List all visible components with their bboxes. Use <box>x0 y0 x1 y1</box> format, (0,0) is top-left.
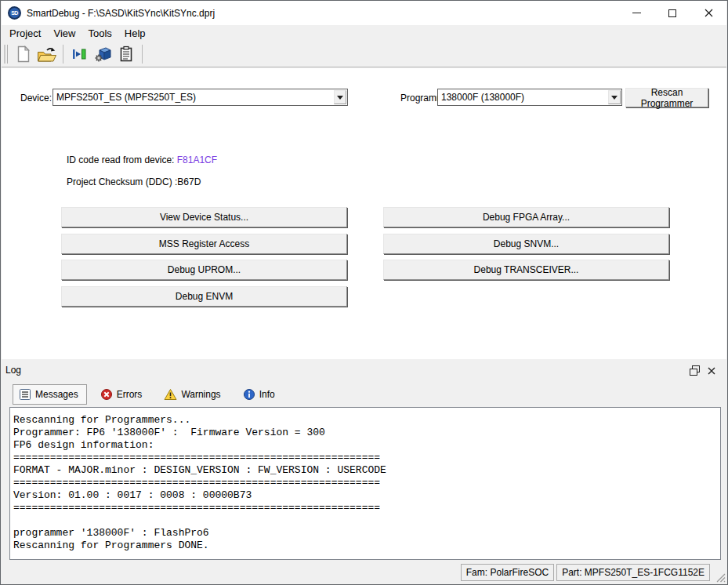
new-project-button[interactable] <box>13 43 34 65</box>
log-panel-title: Log <box>5 365 21 376</box>
menu-help[interactable]: Help <box>118 27 152 40</box>
chevron-down-icon <box>611 96 618 100</box>
idcode-label: ID code read from device: <box>67 154 177 165</box>
checksum-label: Project Checksum (DDC) : <box>67 176 177 187</box>
device-label: Device: <box>20 93 52 104</box>
log-report-icon <box>118 45 135 63</box>
programmer-settings-icon <box>93 45 112 63</box>
chevron-down-icon <box>337 96 343 100</box>
menubar: Project View Tools Help <box>2 25 726 41</box>
window-title: SmartDebug - F:\SASD\KitSYnc\KitSYnc.dpr… <box>27 8 215 19</box>
float-window-icon <box>690 365 700 376</box>
idcode-value: F81A1CF <box>177 154 217 165</box>
debug-uprom-button[interactable]: Debug UPROM... <box>61 260 347 280</box>
statusbar: Fam: PolarFireSOC Part: MPFS250T_ES-1FCG… <box>2 561 726 583</box>
tab-warnings-label: Warnings <box>181 389 220 400</box>
programmer-combobox-value: 138000F (138000F) <box>438 89 607 105</box>
toolbar-separator <box>142 45 143 64</box>
tab-messages-label: Messages <box>35 389 78 400</box>
log-report-button[interactable] <box>115 43 137 65</box>
errors-icon <box>100 388 113 401</box>
connect-device-button[interactable] <box>68 43 90 65</box>
maximize-button[interactable] <box>654 1 690 25</box>
programmer-settings-button[interactable] <box>92 43 114 65</box>
toolbar <box>2 41 726 67</box>
app-icon[interactable]: SD <box>8 6 21 20</box>
programmer-combobox[interactable]: 138000F (138000F) <box>437 89 622 106</box>
rescan-programmer-button[interactable]: Rescan Programmer <box>625 88 708 107</box>
debug-envm-button[interactable]: Debug ENVM <box>61 286 347 307</box>
debug-transceiver-button[interactable]: Debug TRANSCEIVER... <box>383 260 669 280</box>
messages-icon <box>19 388 31 401</box>
toolbar-separator <box>63 45 63 64</box>
info-icon <box>243 388 255 401</box>
programmer-combobox-arrow[interactable] <box>608 90 621 104</box>
checksum-line: Project Checksum (DDC) :B67D <box>67 176 201 187</box>
checksum-value: B67D <box>177 176 201 187</box>
close-icon <box>704 9 713 17</box>
device-combobox[interactable]: MPFS250T_ES (MPFS250T_ES) <box>53 89 348 106</box>
log-close-button[interactable] <box>705 365 718 376</box>
smartdebug-window: SD SmartDebug - F:\SASD\KitSYnc\KitSYnc.… <box>0 0 728 585</box>
maximize-icon <box>668 9 676 17</box>
part-status-badge: Part: MPFS250T_ES-1FCG1152E <box>556 564 710 581</box>
warnings-icon <box>164 388 177 401</box>
close-icon <box>708 367 715 375</box>
mss-register-access-button[interactable]: MSS Register Access <box>61 234 347 254</box>
menu-project[interactable]: Project <box>3 27 47 40</box>
debug-fpga-array-button[interactable]: Debug FPGA Array... <box>383 207 669 227</box>
resize-grip[interactable] <box>715 572 726 583</box>
connect-device-icon <box>71 45 88 63</box>
toolbar-grip[interactable] <box>4 45 8 64</box>
tab-info[interactable]: Info <box>237 384 284 405</box>
close-button[interactable] <box>690 1 726 25</box>
idcode-line: ID code read from device: F81A1CF <box>67 154 217 165</box>
debug-snvm-button[interactable]: Debug SNVM... <box>383 234 669 254</box>
minimize-icon <box>632 13 641 13</box>
minimize-button[interactable] <box>618 1 654 25</box>
tab-errors-label: Errors <box>117 389 143 400</box>
device-combobox-value: MPFS250T_ES (MPFS250T_ES) <box>53 89 333 105</box>
log-float-button[interactable] <box>688 365 701 376</box>
log-text: Rescanning for Programmers... Programmer… <box>9 407 721 560</box>
view-device-status-button[interactable]: View Device Status... <box>61 207 347 227</box>
tab-messages[interactable]: Messages <box>13 384 87 405</box>
main-panel: Device: MPFS250T_ES (MPFS250T_ES) Progra… <box>2 68 726 359</box>
titlebar: SD SmartDebug - F:\SASD\KitSYnc\KitSYnc.… <box>2 1 726 25</box>
tab-errors[interactable]: Errors <box>94 384 151 405</box>
tab-warnings[interactable]: Warnings <box>158 384 229 405</box>
new-project-icon <box>16 45 31 63</box>
open-project-icon <box>37 45 57 64</box>
tab-info-label: Info <box>259 389 275 400</box>
device-combobox-arrow[interactable] <box>334 90 346 104</box>
family-status-badge: Fam: PolarFireSOC <box>461 564 554 581</box>
log-tabs: Messages Errors Warnings <box>13 384 291 405</box>
open-project-button[interactable] <box>36 43 58 65</box>
menu-view[interactable]: View <box>47 27 81 40</box>
log-panel: Log Messages Erro <box>2 359 726 564</box>
menu-tools[interactable]: Tools <box>81 27 118 40</box>
